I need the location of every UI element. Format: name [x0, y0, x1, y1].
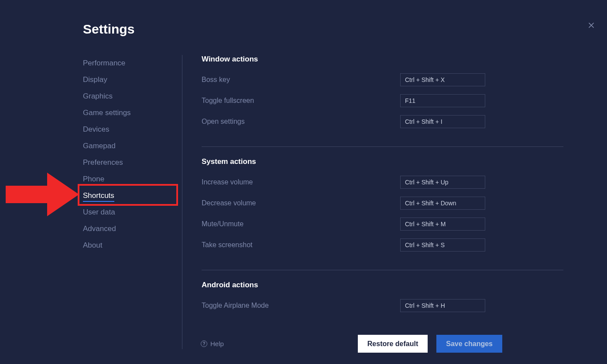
shortcut-row: Mute/Unmute: [202, 218, 485, 231]
shortcut-input[interactable]: [400, 73, 485, 86]
section-title: Window actions: [202, 55, 563, 64]
shortcut-label: Decrease volume: [202, 199, 256, 207]
sidebar-item-preferences[interactable]: Preferences: [83, 154, 182, 171]
shortcut-row: Boss key: [202, 73, 485, 86]
sidebar-item-display[interactable]: Display: [83, 71, 182, 88]
sidebar-item-game-settings[interactable]: Game settings: [83, 105, 182, 121]
sidebar-item-label: Performance: [83, 59, 125, 67]
shortcut-input[interactable]: [400, 238, 485, 252]
sidebar-item-user-data[interactable]: User data: [83, 204, 182, 221]
footer: ? Help Restore default Save changes: [201, 335, 502, 353]
shortcut-row: Take screenshot: [202, 238, 485, 252]
shortcut-label: Mute/Unmute: [202, 220, 243, 228]
shortcut-label: Take screenshot: [202, 241, 253, 249]
shortcut-label: Boss key: [202, 76, 230, 84]
shortcut-row: Decrease volume: [202, 197, 485, 210]
sidebar-item-label: Phone: [83, 175, 104, 183]
sidebar-item-label: About: [83, 241, 102, 249]
sidebar-item-label: Shortcuts: [83, 191, 114, 202]
sidebar-item-label: Display: [83, 75, 107, 84]
close-button[interactable]: [587, 21, 596, 31]
sidebar: PerformanceDisplayGraphicsGame settingsD…: [83, 55, 182, 349]
shortcut-input[interactable]: [400, 176, 485, 189]
sidebar-item-label: Advanced: [83, 225, 116, 233]
shortcut-input[interactable]: [400, 218, 485, 231]
sidebar-item-phone[interactable]: Phone: [83, 171, 182, 187]
shortcut-label: Toggle Airplane Mode: [202, 302, 269, 310]
sidebar-item-label: Game settings: [83, 109, 131, 117]
sidebar-item-shortcuts[interactable]: Shortcuts: [83, 187, 182, 204]
page-title: Settings: [83, 22, 607, 37]
restore-default-button[interactable]: Restore default: [358, 335, 428, 353]
main-content: Window actionsBoss keyToggle fullscreenO…: [182, 55, 607, 319]
section-window-actions: Window actionsBoss keyToggle fullscreenO…: [202, 55, 563, 147]
shortcut-input[interactable]: [400, 115, 485, 128]
sidebar-item-label: Gamepad: [83, 142, 116, 150]
sidebar-item-label: Preferences: [83, 158, 123, 167]
help-icon: ?: [201, 340, 207, 347]
section-system-actions: System actionsIncrease volumeDecrease vo…: [202, 157, 563, 270]
save-changes-button[interactable]: Save changes: [436, 335, 502, 353]
sidebar-item-devices[interactable]: Devices: [83, 121, 182, 138]
section-android-actions: Android actionsToggle Airplane ModeHomeB…: [202, 281, 563, 319]
sidebar-item-label: Devices: [83, 125, 109, 133]
shortcut-label: Increase volume: [202, 178, 253, 186]
shortcut-input[interactable]: [400, 299, 485, 312]
sidebar-item-graphics[interactable]: Graphics: [83, 88, 182, 105]
shortcut-row: Increase volume: [202, 176, 485, 189]
section-title: System actions: [202, 157, 563, 166]
shortcut-label: Toggle fullscreen: [202, 97, 254, 105]
shortcut-row: Toggle Airplane Mode: [202, 299, 485, 312]
help-label: Help: [210, 340, 224, 347]
sidebar-item-gamepad[interactable]: Gamepad: [83, 138, 182, 154]
help-link[interactable]: ? Help: [201, 340, 224, 347]
close-icon: [587, 21, 596, 30]
shortcut-row: Open settings: [202, 115, 485, 128]
sidebar-item-about[interactable]: About: [83, 237, 182, 254]
shortcut-row: Toggle fullscreen: [202, 94, 485, 107]
sidebar-item-advanced[interactable]: Advanced: [83, 221, 182, 237]
section-title: Android actions: [202, 281, 563, 289]
shortcut-input[interactable]: [400, 94, 485, 107]
shortcut-label: Open settings: [202, 118, 245, 126]
sidebar-item-performance[interactable]: Performance: [83, 55, 182, 71]
shortcut-input[interactable]: [400, 197, 485, 210]
sidebar-item-label: User data: [83, 208, 115, 216]
sidebar-item-label: Graphics: [83, 92, 113, 100]
